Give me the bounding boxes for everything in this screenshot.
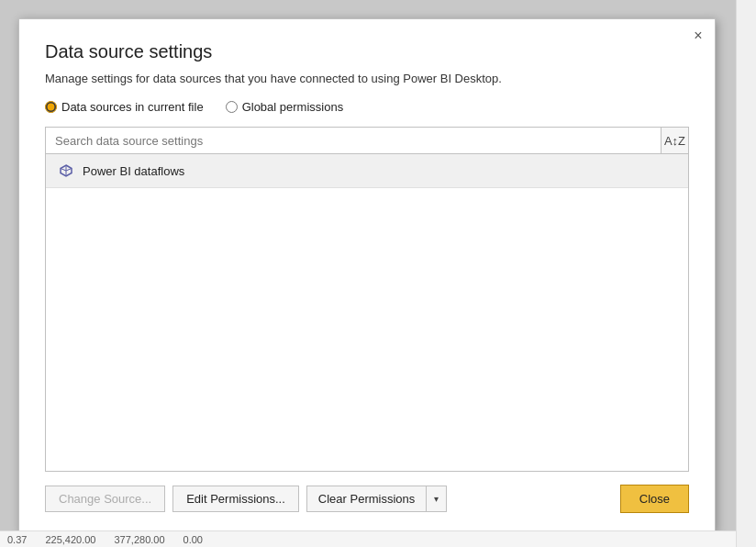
clear-permissions-split-button: Clear Permissions ▾ <box>306 486 447 512</box>
search-input[interactable] <box>46 128 661 153</box>
radio-group: Data sources in current file Global perm… <box>45 100 689 114</box>
clear-permissions-button[interactable]: Clear Permissions <box>307 486 427 511</box>
list-item-label: Power BI dataflows <box>83 164 184 178</box>
datasource-list[interactable]: Power BI dataflows <box>45 154 689 472</box>
dialog-title: Data source settings <box>45 41 689 62</box>
bottom-bar-value-3: 377,280.00 <box>114 534 164 545</box>
dialog-description: Manage settings for data sources that yo… <box>45 72 689 85</box>
sort-icon: A↕Z <box>664 134 685 148</box>
sort-button[interactable]: A↕Z <box>661 128 688 153</box>
radio-current-file[interactable]: Data sources in current file <box>45 100 204 114</box>
bottom-bar-value-2: 225,420.00 <box>45 534 95 545</box>
close-icon[interactable]: × <box>689 27 707 45</box>
radio-global-permissions[interactable]: Global permissions <box>226 100 344 114</box>
search-bar-container: A↕Z <box>45 127 689 154</box>
footer-left-buttons: Change Source... Edit Permissions... Cle… <box>45 486 447 512</box>
dialog-footer: Change Source... Edit Permissions... Cle… <box>45 485 689 513</box>
data-source-settings-dialog: × Data source settings Manage settings f… <box>18 18 716 532</box>
bottom-bar-value-1: 0.37 <box>7 534 27 545</box>
bottom-bar-value-4: 0.00 <box>183 534 203 545</box>
dialog-close-button[interactable]: Close <box>620 485 689 513</box>
list-item[interactable]: Power BI dataflows <box>46 154 688 188</box>
bottom-bar: 0.37 225,420.00 377,280.00 0.00 <box>0 530 736 547</box>
clear-permissions-dropdown-arrow[interactable]: ▾ <box>427 486 446 511</box>
dataflow-icon <box>59 163 73 178</box>
edit-permissions-button[interactable]: Edit Permissions... <box>172 486 299 512</box>
change-source-button[interactable]: Change Source... <box>45 486 165 512</box>
